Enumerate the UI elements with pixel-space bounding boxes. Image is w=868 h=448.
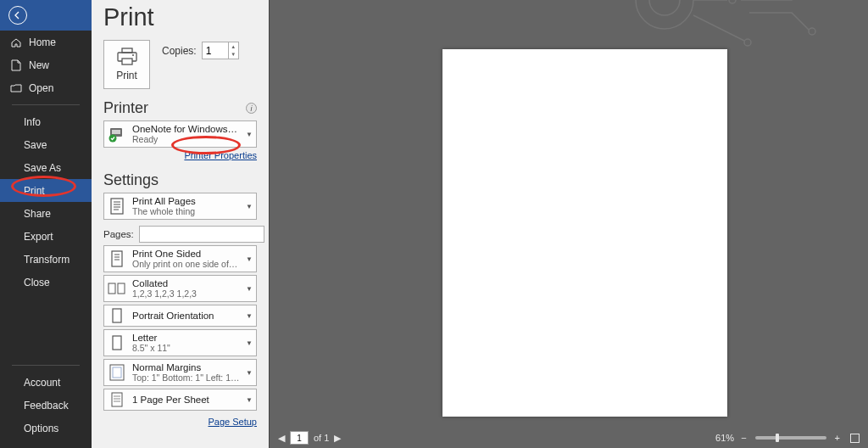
- zoom-in-button[interactable]: +: [835, 433, 840, 443]
- sidebar-item-save-as[interactable]: Save As: [0, 156, 92, 179]
- svg-point-30: [744, 39, 751, 46]
- printer-name: OneNote for Windows 10: [132, 124, 240, 135]
- sidebar-item-label: Open: [29, 82, 53, 94]
- svg-rect-16: [108, 283, 115, 294]
- print-button[interactable]: Print: [103, 40, 150, 89]
- chevron-down-icon: ▼: [245, 312, 253, 320]
- svg-rect-22: [112, 393, 122, 406]
- sidebar-item-label: Export: [24, 231, 53, 243]
- svg-rect-12: [112, 251, 122, 266]
- svg-rect-7: [111, 199, 123, 214]
- pages-input[interactable]: [139, 226, 264, 243]
- printer-dropdown[interactable]: OneNote for Windows 10 Ready ▼: [103, 120, 257, 148]
- sidebar-item-open[interactable]: Open: [0, 76, 92, 99]
- sidebar-item-label: Home: [29, 36, 56, 48]
- svg-rect-0: [122, 48, 132, 53]
- settings-heading: Settings: [103, 171, 159, 189]
- sidebar-item-save[interactable]: Save: [0, 133, 92, 156]
- chevron-down-icon: ▼: [245, 369, 253, 377]
- sidebar-item-account[interactable]: Account: [0, 371, 92, 394]
- svg-point-27: [649, 0, 680, 15]
- sidebar-item-close[interactable]: Close: [0, 271, 92, 294]
- zoom-out-button[interactable]: −: [741, 433, 746, 443]
- margins-dropdown[interactable]: Normal MarginsTop: 1" Bottom: 1" Left: 1…: [103, 359, 257, 386]
- print-range-dropdown[interactable]: Print All PagesThe whole thing ▼: [103, 193, 257, 220]
- preview-page: [442, 49, 727, 417]
- home-icon: [10, 36, 22, 48]
- svg-rect-18: [113, 309, 121, 322]
- zoom-to-page-button[interactable]: [850, 434, 860, 443]
- back-button[interactable]: [0, 0, 92, 31]
- collated-icon: [107, 278, 127, 299]
- chevron-down-icon: ▼: [245, 255, 253, 263]
- pages-per-sheet-dropdown[interactable]: 1 Page Per Sheet ▼: [103, 389, 257, 411]
- chevron-down-icon: ▼: [245, 396, 253, 404]
- copies-input[interactable]: [203, 42, 228, 59]
- sidebar-item-label: Options: [24, 423, 58, 434]
- sidebar-item-label: Account: [24, 377, 60, 389]
- sidebar-item-feedback[interactable]: Feedback: [0, 394, 92, 417]
- printer-info-icon[interactable]: i: [246, 103, 257, 114]
- new-doc-icon: [10, 59, 22, 71]
- sidebar-item-label: Print: [24, 185, 45, 197]
- sidebar-item-print[interactable]: Print: [0, 179, 92, 202]
- sidebar-item-options[interactable]: Options: [0, 417, 92, 440]
- chevron-down-icon: ▼: [245, 131, 253, 138]
- open-folder-icon: [10, 82, 22, 94]
- chevron-down-icon: ▼: [245, 339, 253, 347]
- zoom-slider[interactable]: [755, 436, 826, 440]
- printer-status-icon: [107, 124, 127, 144]
- sided-dropdown[interactable]: Print One SidedOnly print on one side of…: [103, 245, 257, 272]
- sidebar-item-info[interactable]: Info: [0, 110, 92, 133]
- sidebar-separator: [12, 365, 80, 366]
- sidebar-item-label: Close: [24, 277, 50, 288]
- current-page-input[interactable]: [290, 431, 309, 445]
- svg-point-32: [809, 28, 815, 35]
- paper-size-dropdown[interactable]: Letter8.5" x 11" ▼: [103, 329, 257, 356]
- page-setup-link[interactable]: Page Setup: [209, 417, 258, 427]
- svg-rect-19: [113, 336, 121, 350]
- printer-properties-link[interactable]: Printer Properties: [184, 150, 257, 160]
- prev-page-button[interactable]: ◀: [278, 433, 285, 444]
- back-arrow-icon: [8, 6, 27, 25]
- decorative-circuit-graphic: [614, 0, 834, 51]
- page-total-label: of 1: [314, 433, 329, 443]
- next-page-button[interactable]: ▶: [334, 433, 341, 444]
- printer-heading: Printer: [103, 99, 148, 117]
- printer-icon: [116, 48, 138, 66]
- svg-rect-2: [122, 59, 132, 64]
- sidebar-separator: [12, 104, 80, 105]
- zoom-slider-thumb[interactable]: [776, 434, 779, 442]
- svg-point-28: [729, 0, 736, 3]
- spinner-arrows: ▲ ▼: [228, 42, 238, 59]
- sidebar-item-transform[interactable]: Transform: [0, 248, 92, 271]
- spinner-down[interactable]: ▼: [229, 51, 238, 59]
- print-settings-panel: Print Print Copies: ▲ ▼ Printer i: [92, 0, 270, 448]
- pages-label: Pages:: [103, 229, 134, 239]
- page-title: Print: [103, 3, 257, 31]
- sidebar-item-label: Transform: [24, 254, 70, 266]
- copies-label: Copies:: [162, 45, 197, 57]
- sidebar-item-share[interactable]: Share: [0, 202, 92, 225]
- sidebar-item-export[interactable]: Export: [0, 225, 92, 248]
- print-button-label: Print: [116, 70, 137, 81]
- copies-spinner[interactable]: ▲ ▼: [202, 42, 239, 59]
- sidebar-item-label: Save As: [24, 162, 61, 174]
- portrait-icon: [107, 305, 127, 326]
- sidebar-item-new[interactable]: New: [0, 53, 92, 76]
- spinner-up[interactable]: ▲: [229, 42, 238, 51]
- one-page-sheet-icon: [107, 389, 127, 410]
- backstage-sidebar: Home New Open Info Save Save As Print Sh…: [0, 0, 92, 448]
- collate-dropdown[interactable]: Collated1,2,3 1,2,3 1,2,3 ▼: [103, 275, 257, 302]
- svg-rect-5: [112, 130, 120, 134]
- orientation-dropdown[interactable]: Portrait Orientation ▼: [103, 305, 257, 327]
- svg-rect-17: [118, 283, 125, 294]
- one-sided-icon: [107, 249, 127, 269]
- zoom-level-label: 61%: [715, 433, 734, 443]
- sidebar-item-label: Info: [24, 116, 41, 128]
- sidebar-item-label: Feedback: [24, 400, 69, 412]
- margins-icon: [107, 362, 127, 383]
- sidebar-item-home[interactable]: Home: [0, 31, 92, 53]
- document-icon: [107, 196, 127, 216]
- preview-navbar: ◀ of 1 ▶ 61% − +: [270, 428, 868, 448]
